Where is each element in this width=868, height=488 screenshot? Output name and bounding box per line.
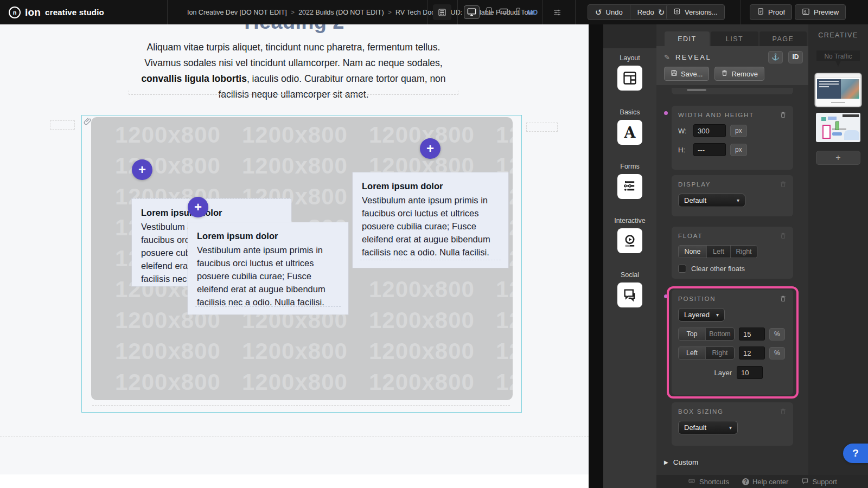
custom-section-toggle[interactable]: ▶ Custom (664, 458, 698, 466)
dashed-placeholder-left (50, 120, 75, 130)
toolbar-divider (575, 0, 576, 24)
position-top-button[interactable]: Top (679, 328, 706, 340)
clear-floats-checkbox[interactable] (678, 265, 686, 273)
page-thumbnail-selected[interactable] (816, 74, 860, 106)
left-unit-button[interactable]: % (769, 347, 785, 359)
properties-panel: EDIT LIST PAGE ✎ REVEAL ⚓ ID Save... Rem… (656, 24, 808, 488)
breadcrumb-item[interactable]: 2022 Builds (DO NOT EDIT) (298, 9, 384, 16)
placeholder-label: 1200x800 (242, 336, 344, 367)
placeholder-label: 1200x800 (115, 336, 217, 367)
placeholder-label: 1200x800 (369, 367, 471, 397)
canvas-panel-gutter (589, 24, 603, 488)
breadcrumb-item[interactable]: Ion Creative Dev [DO NOT EDIT] (187, 9, 287, 16)
top-unit-button[interactable]: % (769, 328, 785, 341)
versions-button[interactable]: Versions... (666, 4, 725, 20)
float-right-button[interactable]: Right (731, 246, 757, 258)
remove-button[interactable]: Remove (714, 67, 764, 81)
form-fields-icon (617, 174, 642, 199)
placeholder-label: 1200x800 (242, 150, 344, 181)
sidebar-item-interactive[interactable]: Interactive (603, 217, 656, 253)
position-mode-select[interactable]: Layered▾ (678, 308, 725, 322)
layer-input[interactable] (737, 366, 763, 379)
sidebar-item-social[interactable]: Social (603, 271, 656, 307)
proof-button[interactable]: Proof (750, 4, 792, 20)
editor-canvas[interactable]: Heading 2 Aliquam vitae turpis aliquet, … (0, 24, 589, 488)
outline-panels-icon[interactable] (433, 4, 451, 20)
float-left-button[interactable]: Left (707, 246, 731, 258)
proof-document-icon (757, 8, 764, 17)
toolbar-divider (542, 0, 543, 24)
phone-preview-icon[interactable] (514, 7, 522, 18)
app-logo[interactable]: n ion creative studio (9, 0, 104, 24)
tablet-preview-icon[interactable] (484, 7, 494, 18)
sidebar-item-basics[interactable]: Basics A (603, 108, 656, 145)
thumb-footer-block (816, 99, 860, 106)
thumb-pink-card (822, 125, 831, 139)
undo-icon: ↺ (595, 8, 602, 16)
edit-pencil-icon[interactable]: ✎ (664, 53, 670, 61)
placeholder-label: 1200x800 (369, 305, 471, 336)
traffic-badge: No Traffic (816, 50, 860, 67)
support-link[interactable]: Support (801, 477, 837, 486)
float-none-button[interactable]: None (679, 246, 707, 258)
redo-button[interactable]: Redo↻ (630, 5, 672, 20)
add-element-button[interactable]: + (132, 159, 152, 180)
delete-box-sizing-icon[interactable] (780, 408, 787, 415)
delete-display-icon[interactable] (780, 181, 787, 188)
lorem-card-right[interactable]: Lorem ipsum dolor Vestibulum ante ipsum … (353, 172, 508, 268)
redo-icon: ↻ (658, 8, 665, 16)
sidebar-item-layout[interactable]: Layout (603, 54, 656, 91)
save-button[interactable]: Save... (664, 67, 709, 81)
page-thumbnail[interactable] (816, 113, 860, 142)
position-left-button[interactable]: Left (679, 347, 706, 359)
card-body: Vestibulum ante ipsum primis in faucibus… (197, 243, 339, 309)
position-bottom-button[interactable]: Bottom (706, 328, 734, 340)
undo-button[interactable]: ↺Undo (588, 5, 630, 20)
thumb-hero-photo (841, 79, 859, 99)
box-sizing-select[interactable]: Default▾ (678, 421, 738, 434)
display-select[interactable]: Default▾ (678, 194, 745, 207)
delete-width-height-icon[interactable] (780, 111, 787, 118)
breadcrumb-separator: > (291, 9, 295, 16)
add-page-button[interactable]: + (816, 151, 860, 165)
height-input[interactable] (693, 143, 726, 156)
help-center-link[interactable]: ?Help center (742, 478, 788, 486)
position-left-input[interactable] (739, 346, 765, 359)
width-unit-button[interactable]: px (730, 125, 747, 137)
shortcuts-link[interactable]: Shortcuts (687, 478, 729, 486)
breakpoint-md-label[interactable]: MD (527, 9, 538, 16)
tab-edit[interactable]: EDIT (665, 31, 710, 46)
position-right-button[interactable]: Right (706, 347, 734, 359)
modified-indicator-dot (664, 111, 668, 115)
tab-list[interactable]: LIST (711, 31, 758, 46)
play-media-icon (617, 228, 642, 253)
thumb-blue-blob (844, 130, 859, 140)
canvas-heading[interactable]: Heading 2 (0, 24, 589, 34)
breadcrumb-separator: > (388, 9, 392, 16)
lorem-card-middle[interactable]: Lorem ipsum dolor Vestibulum ante ipsum … (188, 222, 348, 314)
sidebar-item-forms[interactable]: Forms (603, 163, 656, 199)
desktop-preview-icon[interactable] (464, 5, 480, 19)
card-title: Lorem ipsum dolor (197, 229, 339, 242)
width-input[interactable] (693, 124, 726, 137)
help-fab-button[interactable]: ? (843, 444, 868, 463)
chevron-down-icon: ▾ (716, 312, 719, 318)
position-top-input[interactable] (739, 328, 765, 341)
id-button[interactable]: ID (788, 51, 803, 63)
tab-page[interactable]: PAGE (760, 31, 807, 46)
delete-float-icon[interactable] (780, 232, 787, 239)
placeholder-label: 1200x800 (369, 336, 471, 367)
add-element-button[interactable]: + (188, 197, 208, 217)
delete-position-icon[interactable] (780, 295, 787, 302)
settings-sliders-icon[interactable] (549, 4, 565, 20)
chevron-down-icon: ▾ (729, 425, 732, 431)
height-unit-button[interactable]: px (730, 144, 747, 156)
panel-footer: Shortcuts ?Help center Support (656, 475, 868, 488)
section-display: DISPLAY Default▾ (672, 175, 793, 216)
placeholder-label: 1200x800 (242, 367, 344, 397)
add-element-button[interactable]: + (420, 138, 441, 159)
preview-button[interactable]: Preview (795, 4, 846, 20)
landscape-preview-icon[interactable] (499, 6, 509, 18)
tab-creative[interactable]: CREATIVE (808, 31, 868, 39)
anchor-button[interactable]: ⚓ (768, 51, 783, 63)
